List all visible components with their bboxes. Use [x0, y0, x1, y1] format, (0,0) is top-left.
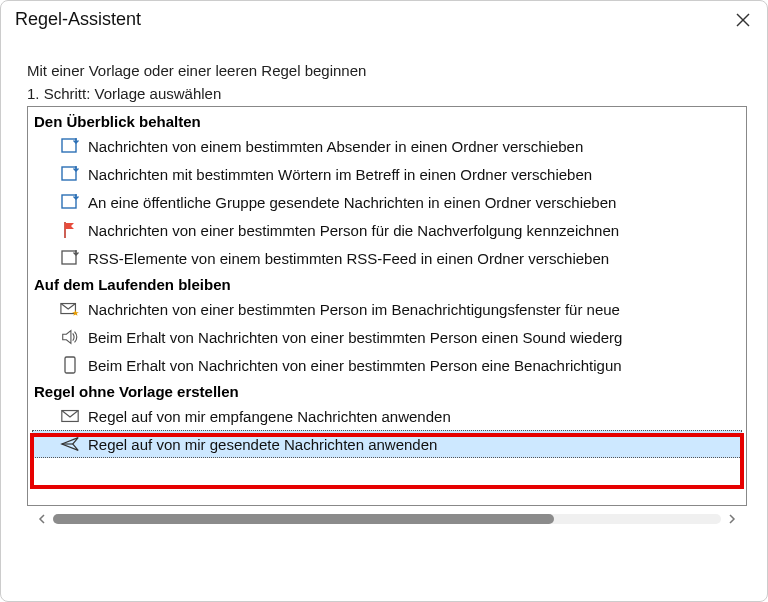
- step-label: 1. Schritt: Vorlage auswählen: [27, 85, 747, 102]
- template-item-label: Beim Erhalt von Nachrichten von einer be…: [88, 329, 622, 346]
- template-item[interactable]: Nachrichten von einem bestimmten Absende…: [32, 132, 742, 160]
- horizontal-scrollbar[interactable]: [27, 506, 747, 530]
- section-header: Den Überblick behalten: [32, 109, 742, 132]
- mail-star-icon: [60, 299, 80, 319]
- device-icon: [60, 355, 80, 375]
- template-item-label: RSS-Elemente von einem bestimmten RSS-Fe…: [88, 250, 609, 267]
- section-header: Regel ohne Vorlage erstellen: [32, 379, 742, 402]
- template-item[interactable]: Beim Erhalt von Nachrichten von einer be…: [32, 351, 742, 379]
- scroll-left-icon[interactable]: [35, 512, 49, 526]
- wizard-body: Mit einer Vorlage oder einer leeren Rege…: [1, 38, 767, 534]
- intro-text: Mit einer Vorlage oder einer leeren Rege…: [27, 62, 747, 79]
- template-item-label: Nachrichten mit bestimmten Wörtern im Be…: [88, 166, 592, 183]
- close-button[interactable]: [733, 10, 753, 30]
- rules-wizard-window: Regel-Assistent Mit einer Vorlage oder e…: [0, 0, 768, 602]
- scrollbar-track[interactable]: [53, 514, 721, 524]
- template-item[interactable]: RSS-Elemente von einem bestimmten RSS-Fe…: [32, 244, 742, 272]
- template-item-label: Regel auf von mir empfangene Nachrichten…: [88, 408, 451, 425]
- move-to-folder-icon: [60, 164, 80, 184]
- send-icon: [60, 434, 80, 454]
- template-item-label: Nachrichten von einer bestimmten Person …: [88, 222, 619, 239]
- template-list: Den Überblick behaltenNachrichten von ei…: [27, 106, 747, 506]
- template-item-label: An eine öffentliche Gruppe gesendete Nac…: [88, 194, 616, 211]
- scrollbar-thumb[interactable]: [53, 514, 554, 524]
- envelope-icon: [60, 406, 80, 426]
- template-item-label: Nachrichten von einem bestimmten Absende…: [88, 138, 583, 155]
- rss-folder-icon: [60, 248, 80, 268]
- template-item-label: Nachrichten von einer bestimmten Person …: [88, 301, 620, 318]
- section-header: Auf dem Laufenden bleiben: [32, 272, 742, 295]
- svg-rect-7: [65, 357, 75, 373]
- template-item[interactable]: Nachrichten mit bestimmten Wörtern im Be…: [32, 160, 742, 188]
- template-item-label: Beim Erhalt von Nachrichten von einer be…: [88, 357, 622, 374]
- template-item[interactable]: Regel auf von mir gesendete Nachrichten …: [32, 430, 742, 458]
- template-item[interactable]: An eine öffentliche Gruppe gesendete Nac…: [32, 188, 742, 216]
- close-icon: [736, 13, 750, 27]
- template-item[interactable]: Nachrichten von einer bestimmten Person …: [32, 216, 742, 244]
- template-item[interactable]: Nachrichten von einer bestimmten Person …: [32, 295, 742, 323]
- window-title: Regel-Assistent: [15, 9, 141, 30]
- titlebar: Regel-Assistent: [1, 1, 767, 38]
- move-to-folder-icon: [60, 192, 80, 212]
- scroll-right-icon[interactable]: [725, 512, 739, 526]
- template-item[interactable]: Beim Erhalt von Nachrichten von einer be…: [32, 323, 742, 351]
- template-item[interactable]: Regel auf von mir empfangene Nachrichten…: [32, 402, 742, 430]
- flag-icon: [60, 220, 80, 240]
- template-item-label: Regel auf von mir gesendete Nachrichten …: [88, 436, 437, 453]
- sound-icon: [60, 327, 80, 347]
- move-to-folder-icon: [60, 136, 80, 156]
